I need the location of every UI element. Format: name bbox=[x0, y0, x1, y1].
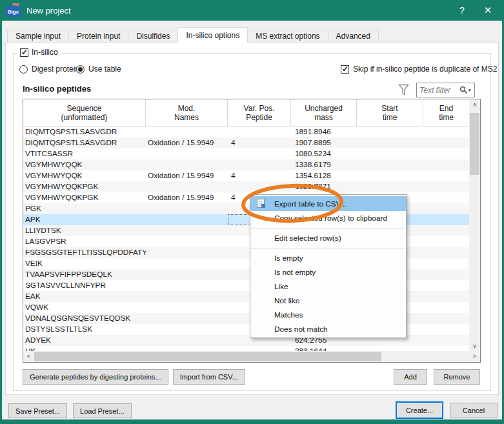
cell-end-time bbox=[423, 148, 470, 159]
filter-funnel-icon[interactable] bbox=[398, 84, 409, 98]
menu-item-label: Matches bbox=[274, 310, 303, 319]
radio-digest-circle[interactable] bbox=[19, 65, 28, 74]
menu-item-does-not-match[interactable]: Does not match bbox=[250, 322, 406, 336]
radio-use-table[interactable]: Use table bbox=[76, 65, 121, 74]
cell-sequence: SGTASVVCLLNNFYPR bbox=[23, 280, 146, 291]
menu-item-like[interactable]: Like bbox=[250, 279, 406, 294]
menu-item-label: Like bbox=[274, 282, 288, 291]
text-filter-box: ▾ bbox=[416, 83, 475, 97]
cell-mod-names: Oxidation / 15.9949 bbox=[146, 137, 228, 148]
app-icon: PMI Blgc bbox=[6, 3, 21, 18]
horizontal-scroll-thumb[interactable] bbox=[34, 352, 381, 361]
tab-advanced[interactable]: Advanced bbox=[328, 30, 379, 43]
column-header-end-time[interactable]: Endtime bbox=[423, 99, 470, 126]
close-icon[interactable]: ✕ bbox=[477, 0, 499, 21]
help-icon[interactable]: ? bbox=[451, 0, 473, 21]
column-header-start-time[interactable]: Starttime bbox=[357, 99, 423, 126]
cell-mod-names bbox=[146, 247, 228, 258]
scroll-left-icon[interactable]: < bbox=[23, 351, 34, 361]
skip-duplicate-checkbox[interactable] bbox=[341, 65, 349, 74]
scroll-up-icon[interactable]: ∧ bbox=[469, 99, 480, 110]
column-header-mod-names[interactable]: Mod.Names bbox=[146, 99, 228, 126]
menu-separator bbox=[251, 228, 405, 228]
menu-item-label: Is empty bbox=[274, 254, 303, 263]
search-icon[interactable]: ▾ bbox=[459, 86, 471, 94]
column-header-var-pos-peptide[interactable]: Var. Pos.Peptide bbox=[228, 99, 291, 126]
menu-item-not-like[interactable]: Not like bbox=[250, 294, 406, 308]
cell-uncharged-mass: 1080.5234 bbox=[291, 148, 357, 159]
window-title: New project bbox=[26, 6, 71, 15]
menu-item-label: Does not match bbox=[274, 325, 328, 334]
menu-item-is-not-empty[interactable]: Is not empty bbox=[250, 265, 406, 279]
save-preset-button[interactable]: Save Preset... bbox=[8, 403, 67, 418]
cell-sequence: VQWK bbox=[23, 302, 146, 313]
menu-item-copy-selected-row-s-to-clipboard[interactable]: Copy selected row(s) to clipboard bbox=[250, 211, 406, 225]
table-row[interactable]: DIQMTQSPSTLSASVGDR1891.8946 bbox=[23, 126, 470, 137]
skip-duplicate-checkbox-row[interactable]: Skip if in-silico peptide is duplicate o… bbox=[341, 65, 497, 74]
header-line1: End bbox=[439, 104, 453, 113]
table-row[interactable]: VGYMHWYQQKOxidation / 15.994941354.6128 bbox=[23, 170, 470, 181]
generate-peptides-button[interactable]: Generate peptides by digesting proteins.… bbox=[23, 369, 168, 385]
cancel-button[interactable]: Cancel bbox=[450, 403, 498, 418]
header-line2: Names bbox=[174, 113, 199, 122]
vertical-scroll-thumb[interactable] bbox=[470, 113, 479, 175]
menu-item-edit-selected-row-s[interactable]: Edit selected row(s) bbox=[250, 231, 406, 245]
tab-sample-input[interactable]: Sample input bbox=[7, 30, 69, 43]
tab-ms-extract-options[interactable]: MS extract options bbox=[247, 30, 328, 43]
cell-mod-names bbox=[146, 225, 228, 236]
table-row[interactable]: VGYMHWYQQK1338.6179 bbox=[23, 159, 470, 170]
tab-disulfides[interactable]: Disulfides bbox=[128, 30, 178, 43]
tab-in-silico-options[interactable]: In-silico options bbox=[177, 27, 248, 43]
column-header-sequence-unformatted[interactable]: Sequence(unformatted) bbox=[23, 99, 146, 126]
cell-sequence: VGYMHWYQQKPGK bbox=[23, 181, 146, 192]
vertical-scrollbar[interactable]: ∧ ∨ bbox=[469, 99, 480, 351]
table-row[interactable]: DIQMTQSPSTLSASVGDROxidation / 15.9949419… bbox=[23, 137, 470, 148]
cell-mod-names bbox=[146, 159, 228, 170]
cell-start-time bbox=[357, 159, 423, 170]
header-line2: time bbox=[383, 113, 398, 122]
cell-end-time bbox=[423, 126, 470, 137]
header-line2: Peptide bbox=[246, 113, 272, 122]
menu-item-is-empty[interactable]: Is empty bbox=[250, 251, 406, 265]
menu-item-label: Is not empty bbox=[274, 268, 316, 277]
cell-end-time bbox=[423, 291, 470, 302]
cell-mod-names bbox=[146, 335, 228, 346]
import-from-csv-button[interactable]: Import from CSV... bbox=[173, 369, 245, 385]
radio-use-table-label: Use table bbox=[88, 65, 121, 74]
table-row[interactable]: HK283.1644 bbox=[23, 346, 470, 351]
column-header-uncharged-mass[interactable]: Unchargedmass bbox=[291, 99, 357, 126]
cell-mod-names bbox=[146, 324, 228, 335]
load-preset-button[interactable]: Load Preset... bbox=[73, 403, 132, 418]
cell-sequence: DIQMTQSPSTLSASVGDR bbox=[23, 137, 146, 148]
scroll-down-icon[interactable]: ∨ bbox=[469, 341, 480, 351]
text-filter-input[interactable] bbox=[419, 86, 459, 95]
create-button[interactable]: Create... bbox=[396, 401, 443, 419]
menu-item-matches[interactable]: Matches bbox=[250, 308, 406, 322]
menu-item-export-table-to-csv[interactable]: Export table to CSV... bbox=[250, 196, 406, 211]
cell-uncharged-mass: 283.1644 bbox=[291, 346, 357, 351]
scroll-right-icon[interactable]: > bbox=[469, 351, 480, 361]
cell-end-time bbox=[423, 159, 470, 170]
table-row[interactable]: VTITCSASSR1080.5234 bbox=[23, 148, 470, 159]
cell-var-pos: 4 bbox=[228, 170, 291, 181]
remove-button[interactable]: Remove bbox=[434, 369, 480, 385]
table-header: Sequence(unformatted)Mod.NamesVar. Pos.P… bbox=[23, 99, 470, 126]
app-icon-blgc-text: Blgc bbox=[6, 6, 21, 17]
cell-var-pos bbox=[228, 126, 291, 137]
table-row[interactable]: VGYMHWYQQKPGK1620.7871 bbox=[23, 181, 470, 192]
cell-start-time bbox=[357, 126, 423, 137]
cell-mod-names bbox=[146, 148, 228, 159]
header-line1: Var. Pos. bbox=[244, 104, 275, 113]
cell-start-time bbox=[357, 137, 423, 148]
search-dropdown-icon[interactable]: ▾ bbox=[469, 88, 471, 93]
radio-use-table-circle[interactable] bbox=[76, 65, 85, 74]
cell-end-time bbox=[423, 324, 470, 335]
horizontal-scrollbar[interactable]: < > bbox=[23, 351, 480, 362]
in-silico-checkbox[interactable] bbox=[20, 48, 28, 57]
radio-digest-proteins[interactable]: Digest proteins bbox=[19, 65, 83, 74]
add-button[interactable]: Add bbox=[394, 369, 427, 385]
tab-protein-input[interactable]: Protein input bbox=[68, 30, 128, 43]
menu-separator bbox=[251, 248, 405, 248]
cell-mod-names bbox=[146, 203, 228, 214]
cell-sequence: TVAAPSVFIFPPSDEQLK bbox=[23, 269, 146, 280]
